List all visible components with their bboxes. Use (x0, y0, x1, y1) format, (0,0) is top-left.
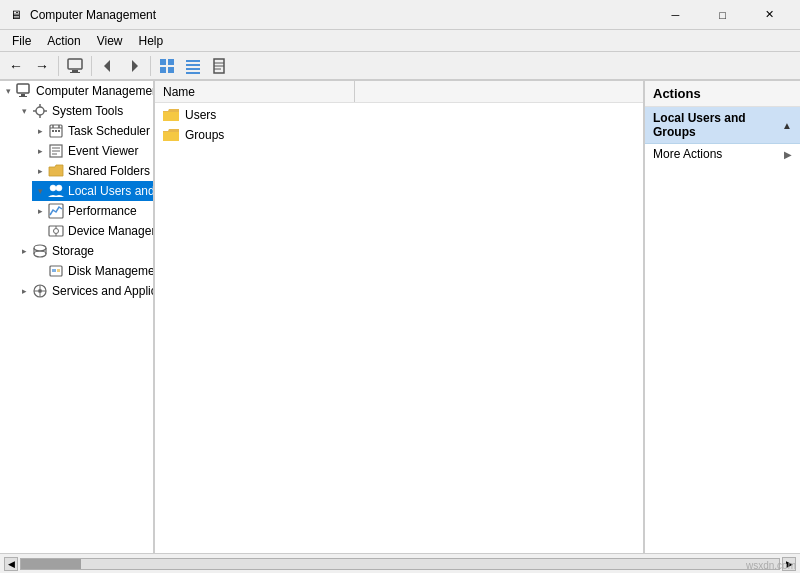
svg-rect-18 (21, 94, 25, 96)
svg-point-36 (50, 185, 56, 191)
tree-expand-task-scheduler[interactable] (32, 123, 48, 139)
menu-file[interactable]: File (4, 30, 39, 51)
svg-rect-17 (17, 84, 29, 93)
svg-rect-2 (70, 72, 80, 73)
svg-rect-29 (52, 130, 54, 132)
main-container: Computer Management (Loca System Tools (0, 80, 800, 553)
toolbar-forward[interactable]: → (30, 54, 54, 78)
toolbar: ← → (0, 52, 800, 80)
toolbar-back[interactable]: ← (4, 54, 28, 78)
toolbar-sep-2 (91, 56, 92, 76)
tree-item-storage[interactable]: Storage (16, 241, 153, 261)
tree-label-storage: Storage (52, 244, 153, 258)
svg-rect-10 (186, 64, 200, 66)
toolbar-sep-3 (150, 56, 151, 76)
local-users-groups-icon (48, 183, 64, 199)
menu-view[interactable]: View (89, 30, 131, 51)
toolbar-back2[interactable] (96, 54, 120, 78)
list-item-users[interactable]: Users (155, 105, 643, 125)
tree-item-local-users-groups[interactable]: Local Users and Groups (32, 181, 153, 201)
svg-point-20 (36, 107, 44, 115)
list-col-name[interactable]: Name (155, 81, 355, 102)
scrollbar-thumb (21, 559, 81, 569)
window-controls: ─ □ ✕ (653, 1, 792, 29)
tree-item-services-applications[interactable]: Services and Applications (16, 281, 153, 301)
center-panel: Name Users (155, 81, 645, 553)
tree-item-system-tools[interactable]: System Tools (16, 101, 153, 121)
task-scheduler-icon (48, 123, 64, 139)
title-bar: 🖥 Computer Management ─ □ ✕ (0, 0, 800, 30)
menu-help[interactable]: Help (131, 30, 172, 51)
svg-rect-19 (19, 96, 27, 97)
close-button[interactable]: ✕ (747, 1, 792, 29)
svg-rect-12 (186, 72, 200, 74)
window-title: Computer Management (30, 8, 653, 22)
status-bar: ◀ ▶ (0, 553, 800, 573)
tree-item-shared-folders[interactable]: Shared Folders (32, 161, 153, 181)
svg-rect-8 (168, 67, 174, 73)
toolbar-forward2[interactable] (122, 54, 146, 78)
tree-expand-performance[interactable] (32, 203, 48, 219)
toolbar-computer[interactable] (63, 54, 87, 78)
groups-folder-icon (163, 127, 179, 143)
svg-marker-4 (132, 60, 138, 72)
svg-point-37 (56, 185, 62, 191)
actions-section-local-users[interactable]: Local Users and Groups ▲ (645, 107, 800, 144)
actions-header: Actions (645, 81, 800, 107)
toolbar-help[interactable] (207, 54, 231, 78)
menu-action[interactable]: Action (39, 30, 88, 51)
list-item-users-label: Users (185, 108, 216, 122)
tree-expand-shared-folders[interactable] (32, 163, 48, 179)
list-item-groups[interactable]: Groups (155, 125, 643, 145)
tree-content: Computer Management (Loca System Tools (0, 81, 153, 553)
tree-label-event-viewer: Event Viewer (68, 144, 153, 158)
services-applications-icon (32, 283, 48, 299)
scroll-left-btn[interactable]: ◀ (4, 557, 18, 571)
watermark: wsxdn.com (746, 560, 796, 571)
tree-expand-event-viewer[interactable] (32, 143, 48, 159)
tree-label-system-tools: System Tools (52, 104, 153, 118)
performance-icon (48, 203, 64, 219)
tree-expand-services-applications[interactable] (16, 283, 32, 299)
tree-expand-computer-management[interactable] (0, 83, 16, 99)
tree-label-task-scheduler: Task Scheduler (68, 124, 153, 138)
svg-marker-3 (104, 60, 110, 72)
tree-item-computer-management[interactable]: Computer Management (Loca (0, 81, 153, 101)
tree-panel: Computer Management (Loca System Tools (0, 81, 155, 553)
tree-expand-disk-management (32, 263, 48, 279)
minimize-button[interactable]: ─ (653, 1, 698, 29)
storage-icon (32, 243, 48, 259)
svg-rect-6 (168, 59, 174, 65)
actions-more-actions[interactable]: More Actions ▶ (645, 144, 800, 164)
svg-rect-7 (160, 67, 166, 73)
horizontal-scrollbar[interactable] (20, 558, 780, 570)
toolbar-view1[interactable] (155, 54, 179, 78)
tree-expand-local-users-groups[interactable] (32, 183, 48, 199)
tree-item-disk-management[interactable]: Disk Management (32, 261, 153, 281)
svg-rect-9 (186, 60, 200, 62)
tree-item-event-viewer[interactable]: Event Viewer (32, 141, 153, 161)
svg-point-40 (54, 229, 59, 234)
tree-expand-storage[interactable] (16, 243, 32, 259)
tree-item-task-scheduler[interactable]: Task Scheduler (32, 121, 153, 141)
more-actions-label: More Actions (653, 147, 722, 161)
svg-rect-1 (72, 70, 78, 72)
list-content: Users Groups (155, 103, 643, 553)
menu-bar: File Action View Help (0, 30, 800, 52)
tree-label-local-users-groups: Local Users and Groups (68, 184, 153, 198)
svg-rect-11 (186, 68, 200, 70)
tree-label-disk-management: Disk Management (68, 264, 153, 278)
svg-rect-48 (52, 269, 56, 272)
system-tools-icon (32, 103, 48, 119)
tree-expand-system-tools[interactable] (16, 103, 32, 119)
tree-item-performance[interactable]: Performance (32, 201, 153, 221)
actions-section-arrow: ▲ (782, 120, 792, 131)
toolbar-view2[interactable] (181, 54, 205, 78)
tree-item-device-manager[interactable]: Device Manager (32, 221, 153, 241)
tree-expand-device-manager (32, 223, 48, 239)
users-folder-icon (163, 107, 179, 123)
maximize-button[interactable]: □ (700, 1, 745, 29)
svg-rect-5 (160, 59, 166, 65)
list-header: Name (155, 81, 643, 103)
tree-label-computer-management: Computer Management (Loca (36, 84, 153, 98)
